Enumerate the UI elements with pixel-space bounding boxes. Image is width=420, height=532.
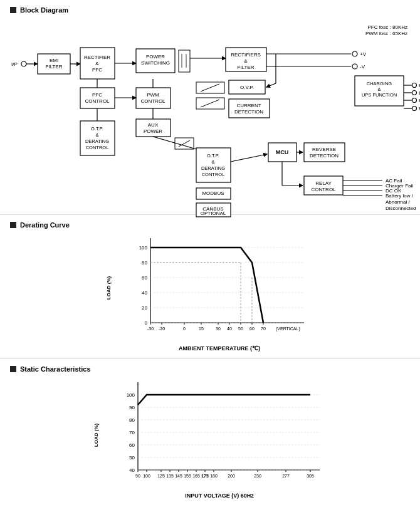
label-revdet-1: REVERSE	[312, 147, 336, 152]
derating-icon	[10, 222, 16, 228]
label-pfcctrl-1: PFC	[92, 92, 102, 98]
label-canbus-2: OPTIONAL	[201, 211, 226, 216]
block-diagram-title: Block Diagram	[20, 6, 68, 14]
label-charging-3: UPS FUNCTION	[362, 92, 397, 98]
label-pwrsw-1: POWER	[146, 54, 165, 60]
stk-y100: 100	[127, 392, 135, 398]
tick-y40: 40	[142, 290, 147, 296]
stk-x90: 90	[135, 474, 140, 478]
line-to-ovp	[266, 83, 276, 87]
stk-x100: 100	[143, 474, 150, 478]
label-pwmctrl-2: CONTROL	[140, 98, 165, 104]
label-pwrsw-2: SWITCHING	[141, 60, 170, 66]
label-charging-1: CHARGING	[367, 81, 392, 86]
tick-x70: 70	[261, 326, 266, 331]
header-icon	[10, 7, 16, 13]
label-pv: +V	[360, 51, 367, 57]
label-otp2-4: CONTROL	[202, 172, 225, 177]
static-chart-title: INPUT VOLTAGE (V) 60Hz	[110, 493, 329, 499]
stk-x180: 180	[210, 474, 218, 478]
static-header: Static Characteristics	[5, 362, 415, 377]
static-section: Static Characteristics LOAD (%) 40 50 60…	[0, 359, 420, 509]
stk-y80: 80	[129, 417, 135, 423]
label-otp1-4: CONTROL	[86, 145, 109, 150]
box-revdet	[304, 143, 345, 162]
label-relay-2: CONTROL	[311, 187, 336, 192]
stk-x305: 305	[307, 474, 314, 478]
label-otp1-1: O.T.P.	[91, 126, 103, 132]
block-diagram-section: Block Diagram PFC fosc : 80KHz PWM fosc …	[0, 0, 420, 215]
static-y-label: LOAD (%)	[93, 424, 99, 447]
static-curve-line	[138, 395, 310, 405]
label-pfcctrl-2: CONTROL	[85, 98, 110, 104]
tick-x50: 50	[238, 326, 243, 331]
stk-x155: 155	[184, 474, 191, 478]
tick-x15: 15	[199, 326, 204, 331]
pwm-note: PWM fosc : 65KHz	[365, 31, 407, 36]
static-chart-svg: 40 50 60 70 80 90 100 90 100	[110, 379, 329, 489]
derating-y-label: LOAD (%)	[106, 276, 112, 300]
label-pwmctrl-1: PWM	[147, 92, 159, 98]
label-relay-1: RELAY	[315, 180, 332, 186]
label-otp2-1: O.T.P.	[207, 153, 219, 159]
derating-section: Derating Curve LOAD (%) 0 20 40 60	[0, 215, 420, 359]
label-otp1-3: DERATING	[85, 138, 109, 144]
label-auxpwr-1: AUX	[148, 122, 159, 128]
derating-header: Derating Curve	[5, 217, 415, 232]
stk-x277: 277	[282, 474, 290, 478]
tick-x40: 40	[227, 326, 232, 331]
stk-x165: 165	[192, 474, 200, 478]
tick-y60: 60	[142, 275, 147, 281]
stk-x145: 145	[175, 474, 182, 478]
label-rectfilt-2: &	[244, 58, 248, 64]
block-diagram-header: Block Diagram	[5, 3, 415, 18]
stk-y50: 50	[129, 455, 135, 461]
label-charging-2: &	[377, 86, 381, 92]
label-otp2-2: &	[211, 159, 214, 165]
label-nv: -V	[360, 64, 365, 70]
stk-y70: 70	[129, 430, 135, 436]
circle-bat-n	[412, 91, 417, 95]
label-emi-1: EMI	[50, 58, 58, 63]
tick-x0: 0	[183, 326, 186, 331]
stk-x175: 175	[201, 474, 209, 478]
tick-x-20: -20	[159, 326, 165, 331]
static-icon	[10, 366, 16, 372]
box-curdet	[229, 99, 270, 118]
tick-x-30: -30	[147, 326, 154, 331]
tick-x30: 30	[216, 326, 221, 331]
label-rect-2: &	[95, 61, 99, 66]
derating-chart-outer: LOAD (%) 0 20 40 60 80 100	[103, 235, 317, 351]
stk-x200: 200	[228, 474, 235, 478]
stk-x230: 230	[254, 474, 261, 478]
derating-chart-title: AMBIENT TEMPERATURE (℃)	[122, 345, 317, 352]
static-chart-wrapper: LOAD (%) 40 50 60 70 80 90	[5, 377, 415, 504]
tick-y20: 20	[142, 305, 147, 311]
circle-bat-start	[412, 98, 417, 103]
label-revdet-2: DETECTION	[310, 153, 339, 159]
label-battlow-1: Battery low /	[386, 193, 414, 199]
label-mcu: MCU	[276, 149, 289, 155]
circle-nv	[352, 64, 357, 69]
stk-y40: 40	[129, 467, 135, 473]
label-otp2-3: DERATING	[201, 165, 225, 171]
label-ovp: O.V.P.	[240, 85, 254, 90]
ip-circle	[21, 61, 26, 66]
label-modbus: MODBUS	[202, 190, 224, 196]
label-emi-2: FILTER	[46, 64, 63, 70]
circle-bat-p	[412, 83, 417, 88]
label-rect-3: PFC	[92, 67, 102, 73]
label-rectfilt-1: RECTIFIERS	[231, 52, 261, 58]
static-chart-outer: LOAD (%) 40 50 60 70 80 90	[91, 379, 329, 501]
stk-y60: 60	[129, 442, 135, 448]
line-otp2-mcu	[231, 154, 267, 162]
block-diagram-svg: PFC fosc : 80KHz PWM fosc : 65KHz I/P EM…	[6, 18, 414, 212]
tick-x-vertical: (VERTICAL)	[276, 326, 300, 331]
derating-curve-line	[150, 248, 263, 323]
stk-y90: 90	[129, 405, 135, 410]
derating-chart-svg: 0 20 40 60 80 100 -30 -20 0 15	[122, 235, 317, 342]
stk-x135: 135	[166, 474, 174, 478]
tick-x60: 60	[249, 326, 255, 331]
tick-y100: 100	[139, 245, 148, 251]
tick-y0: 0	[145, 320, 148, 326]
